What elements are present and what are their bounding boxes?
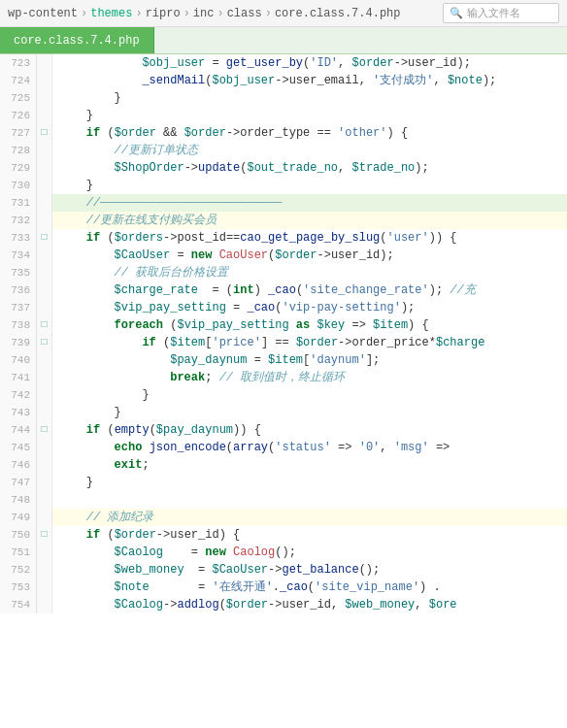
fold-marker: · — [37, 247, 52, 264]
fold-marker: · — [37, 596, 52, 613]
code-content[interactable]: if ($item['price'] == $order->order_pric… — [52, 334, 567, 351]
line-number: 745 — [0, 439, 37, 456]
line-number: 730 — [0, 177, 37, 194]
fold-marker: · — [37, 386, 52, 404]
code-content[interactable]: $pay_daynum = $item['daynum']; — [52, 351, 567, 369]
fold-marker: · — [37, 89, 52, 107]
table-row: 725· } — [0, 89, 567, 107]
fold-marker: · — [37, 369, 52, 386]
fold-marker: · — [37, 194, 52, 212]
fold-marker: · — [37, 456, 52, 474]
code-content[interactable]: } — [52, 89, 567, 107]
table-row: 749· // 添加纪录 — [0, 509, 567, 526]
code-content[interactable]: // 获取后台价格设置 — [52, 264, 567, 281]
code-content[interactable]: $CaoUser = new CaoUser($order->user_id); — [52, 247, 567, 264]
line-number: 741 — [0, 369, 37, 386]
fold-marker: · — [37, 404, 52, 421]
code-content[interactable]: //更新订单状态 — [52, 142, 567, 159]
table-row: 728· //更新订单状态 — [0, 142, 567, 159]
code-content[interactable]: $vip_pay_setting = _cao('vip-pay-setting… — [52, 299, 567, 316]
line-number: 743 — [0, 404, 37, 421]
table-row: 734· $CaoUser = new CaoUser($order->user… — [0, 247, 567, 264]
code-content[interactable]: break; // 取到值时，终止循环 — [52, 369, 567, 386]
breadcrumb-sep-2: › — [135, 7, 142, 20]
fold-marker: · — [37, 544, 52, 561]
fold-marker[interactable]: □ — [37, 316, 52, 334]
fold-marker[interactable]: □ — [37, 334, 52, 351]
fold-marker: · — [37, 142, 52, 159]
file-search-box[interactable]: 🔍 输入文件名 — [443, 3, 559, 23]
line-number: 738 — [0, 316, 37, 334]
fold-marker: · — [37, 351, 52, 369]
code-content[interactable]: if (empty($pay_daynum)) { — [52, 421, 567, 439]
fold-marker: · — [37, 177, 52, 194]
tab-core-class[interactable]: core.class.7.4.php — [0, 27, 154, 53]
code-content[interactable]: $obj_user = get_user_by('ID', $order->us… — [52, 54, 567, 72]
line-number: 729 — [0, 159, 37, 177]
fold-marker: · — [37, 579, 52, 596]
table-row: 732· //更新在线支付购买会员 — [0, 212, 567, 229]
fold-marker[interactable]: □ — [37, 124, 52, 142]
code-content[interactable]: $note = '在线开通'._cao('site_vip_name') . — [52, 579, 567, 596]
code-content[interactable]: } — [52, 107, 567, 124]
table-row: 746· exit; — [0, 456, 567, 474]
line-number: 724 — [0, 72, 37, 89]
fold-marker[interactable]: □ — [37, 526, 52, 544]
fold-marker: · — [37, 54, 52, 72]
table-row: 738□ foreach ($vip_pay_setting as $key =… — [0, 316, 567, 334]
breadcrumb-sep-4: › — [217, 7, 223, 20]
tab-label: core.class.7.4.php — [14, 34, 140, 48]
line-number: 723 — [0, 54, 37, 72]
code-content[interactable]: //更新在线支付购买会员 — [52, 212, 567, 229]
line-number: 733 — [0, 229, 37, 247]
code-content[interactable]: //—————————————————————————— — [52, 194, 567, 212]
line-number: 737 — [0, 299, 37, 316]
breadcrumb-inc[interactable]: inc — [193, 7, 215, 20]
fold-marker[interactable]: □ — [37, 421, 52, 439]
code-content[interactable]: } — [52, 404, 567, 421]
code-content[interactable]: } — [52, 177, 567, 194]
code-content[interactable]: } — [52, 474, 567, 491]
breadcrumb-sep-3: › — [183, 7, 190, 20]
fold-marker[interactable]: □ — [37, 229, 52, 247]
code-content[interactable]: echo json_encode(array('status' => '0', … — [52, 439, 567, 456]
breadcrumb-themes[interactable]: themes — [90, 7, 132, 20]
breadcrumb-bar: wp-content › themes › ripro › inc › clas… — [0, 0, 567, 27]
code-content[interactable]: if ($order && $order->order_type == 'oth… — [52, 124, 567, 142]
code-content[interactable] — [52, 491, 567, 509]
code-content[interactable]: $Caolog->addlog($order->user_id, $web_mo… — [52, 596, 567, 613]
line-number: 735 — [0, 264, 37, 281]
code-content[interactable]: _sendMail($obj_user->user_email, '支付成功',… — [52, 72, 567, 89]
search-icon: 🔍 — [450, 7, 463, 19]
table-row: 745· echo json_encode(array('status' => … — [0, 439, 567, 456]
code-content[interactable]: foreach ($vip_pay_setting as $key => $it… — [52, 316, 567, 334]
line-number: 746 — [0, 456, 37, 474]
table-row: 739□ if ($item['price'] == $order->order… — [0, 334, 567, 351]
line-number: 754 — [0, 596, 37, 613]
breadcrumb-file[interactable]: core.class.7.4.php — [275, 7, 401, 20]
breadcrumb-ripro[interactable]: ripro — [146, 7, 181, 20]
code-content[interactable]: $charge_rate = (int) _cao('site_change_r… — [52, 281, 567, 299]
table-row: 741· break; // 取到值时，终止循环 — [0, 369, 567, 386]
fold-marker: · — [37, 212, 52, 229]
table-row: 753· $note = '在线开通'._cao('site_vip_name'… — [0, 579, 567, 596]
line-number: 734 — [0, 247, 37, 264]
code-content[interactable]: exit; — [52, 456, 567, 474]
table-row: 731· //—————————————————————————— — [0, 194, 567, 212]
code-content[interactable]: $web_money = $CaoUser->get_balance(); — [52, 561, 567, 579]
breadcrumb-class[interactable]: class — [227, 7, 262, 20]
table-row: 754· $Caolog->addlog($order->user_id, $w… — [0, 596, 567, 613]
table-row: 729· $ShopOrder->update($out_trade_no, $… — [0, 159, 567, 177]
code-content[interactable]: if ($order->user_id) { — [52, 526, 567, 544]
code-content[interactable]: // 添加纪录 — [52, 509, 567, 526]
breadcrumb-wp-content[interactable]: wp-content — [8, 7, 78, 20]
code-content[interactable]: if ($orders->post_id==cao_get_page_by_sl… — [52, 229, 567, 247]
code-content[interactable]: $ShopOrder->update($out_trade_no, $trade… — [52, 159, 567, 177]
code-content[interactable]: } — [52, 386, 567, 404]
line-number: 750 — [0, 526, 37, 544]
fold-marker: · — [37, 561, 52, 579]
fold-marker: · — [37, 281, 52, 299]
code-content[interactable]: $Caolog = new Caolog(); — [52, 544, 567, 561]
table-row: 737· $vip_pay_setting = _cao('vip-pay-se… — [0, 299, 567, 316]
table-row: 740· $pay_daynum = $item['daynum']; — [0, 351, 567, 369]
